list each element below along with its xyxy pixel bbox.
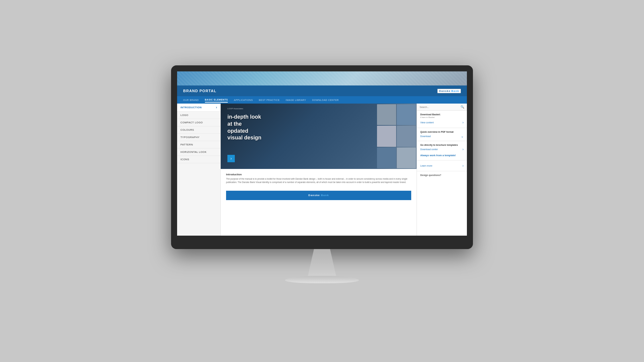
nav-image-library[interactable]: IMAGE LIBRARY — [286, 98, 306, 102]
monitor-stand-neck — [302, 249, 342, 276]
bank-logo: Danske Bank — [437, 89, 461, 93]
logo-danske: Danske — [439, 89, 450, 93]
screen: BRAND PORTAL Danske Bank OUR BRAND BASIC… — [177, 71, 467, 236]
go-directly-title: Go directly to brochure templates — [420, 144, 464, 146]
right-sidebar: 🔍 Download Basket: 0 item in Basket View… — [417, 104, 467, 236]
hero-thumb-3 — [377, 126, 396, 146]
sidebar-item-label: PATTERN — [180, 143, 193, 146]
download-button[interactable]: Download ⌄ — [420, 134, 464, 138]
download-icon: ⌄ — [461, 134, 464, 138]
monitor-stand-base — [285, 276, 359, 283]
hero-thumb-5 — [377, 147, 396, 168]
download-center-label: Download center — [420, 148, 438, 150]
sidebar-item-icons[interactable]: ICONS — [177, 156, 220, 163]
view-content-link[interactable]: View content › — [420, 120, 464, 125]
view-content-label: View content — [420, 121, 434, 124]
monitor-bezel: BRAND PORTAL Danske Bank OUR BRAND BASIC… — [171, 65, 473, 249]
sidebar-item-colours[interactable]: COLOURS — [177, 126, 220, 134]
center-content: LOOP Associates in-depth look at the opd… — [221, 104, 417, 236]
learn-more-link[interactable]: Learn more › — [420, 163, 464, 168]
sidebar-item-logo[interactable]: LOGO — [177, 112, 220, 119]
website: BRAND PORTAL Danske Bank OUR BRAND BASIC… — [177, 71, 467, 236]
search-input[interactable] — [420, 106, 461, 108]
intro-title: Introduction — [226, 173, 411, 176]
hero-thumb-4 — [397, 126, 416, 146]
hero-line2: at the — [227, 121, 242, 127]
chevron-right-icon: › — [463, 121, 464, 124]
hero-thumb-2 — [397, 104, 416, 125]
hero-overlay-text: in-depth look at the opdated visual desi… — [227, 114, 261, 141]
arrow-right-icon: › — [230, 156, 232, 161]
hero-line4: visual design — [227, 135, 261, 140]
learn-more-label: Learn more — [420, 165, 432, 167]
sidebar-item-compact-logo[interactable]: COMPACT LOGO — [177, 119, 220, 126]
template-bank: Bank — [321, 194, 329, 197]
logo-bank: Bank — [451, 89, 459, 93]
download-label: Download — [420, 135, 431, 137]
top-header: BRAND PORTAL Danske Bank — [177, 85, 467, 96]
template-danske: Danske — [308, 194, 320, 197]
hero-thumbnails — [376, 104, 417, 169]
learn-more-section: Learn more › — [417, 161, 467, 171]
sidebar-item-pattern[interactable]: PATTERN — [177, 141, 220, 148]
intro-text: The purpose of the manual is to provide … — [226, 177, 411, 184]
sidebar-item-typography[interactable]: TYPOGRAPHY — [177, 134, 220, 141]
download-basket-section: Download Basket: 0 item in Basket View c… — [417, 111, 467, 128]
nav-our-brand[interactable]: OUR BRAND — [183, 98, 199, 102]
sidebar-item-label: INTRODUCTION — [180, 106, 202, 109]
sidebar-item-label: TYPOGRAPHY — [180, 136, 200, 139]
template-logo: Danske Bank — [308, 194, 329, 197]
monitor: BRAND PORTAL Danske Bank OUR BRAND BASIC… — [171, 65, 473, 283]
hero-image-label: LOOP Associates — [227, 108, 243, 110]
sidebar-item-label: ICONS — [180, 158, 189, 161]
sidebar-item-introduction[interactable]: INTRODUCTION › — [177, 104, 220, 112]
go-directly-section: Go directly to brochure templates Downlo… — [417, 141, 467, 161]
quick-overview-title: Quick overview in PDF format — [420, 131, 464, 133]
chevron-right-icon: › — [216, 106, 217, 109]
always-work-highlight: Always work from a template! — [420, 154, 464, 158]
hero-line3: opdated — [227, 128, 248, 134]
sidebar-item-label: LOGO — [180, 114, 189, 117]
nav-applications[interactable]: APPLICATIONS — [234, 98, 253, 102]
sidebar-item-label: COLOURS — [180, 128, 194, 131]
hero-image: LOOP Associates in-depth look at the opd… — [221, 104, 417, 169]
template-banner: Danske Bank — [226, 191, 411, 200]
hero-thumb-1 — [377, 104, 396, 125]
hero-thumb-6 — [397, 147, 416, 168]
sidebar-item-horizontal-look[interactable]: HORIZONTAL LOOK — [177, 148, 220, 156]
sidebar-item-label: HORIZONTAL LOOK — [180, 150, 207, 154]
nav-basic-elements[interactable]: BASIC ELEMENTS — [205, 98, 228, 103]
quick-overview-section: Quick overview in PDF format Download ⌄ — [417, 128, 467, 141]
chevron-right-icon: › — [463, 164, 464, 168]
nav-bar: OUR BRAND BASIC ELEMENTS APPLICATIONS BE… — [177, 96, 467, 104]
nav-download-center[interactable]: DOWNLOAD CENTER — [312, 98, 339, 102]
hero-banner-image — [177, 71, 467, 85]
design-questions: Design questions? — [417, 171, 467, 179]
intro-section: Introduction The purpose of the manual i… — [221, 169, 417, 188]
main-content: INTRODUCTION › LOGO COMPACT LOGO COLOURS — [177, 104, 467, 236]
download-basket-title: Download Basket: — [420, 113, 464, 116]
download-basket-sub: 0 item in Basket — [420, 116, 464, 118]
nav-best-practice[interactable]: BEST PRACTICE — [259, 98, 280, 102]
hero-arrow-button[interactable]: › — [227, 155, 235, 162]
chevron-right-icon: › — [463, 147, 464, 151]
search-icon[interactable]: 🔍 — [461, 105, 464, 109]
search-bar: 🔍 — [417, 104, 467, 111]
hero-line1: in-depth look — [227, 114, 261, 120]
sidebar-item-label: COMPACT LOGO — [180, 121, 203, 124]
left-sidebar: INTRODUCTION › LOGO COMPACT LOGO COLOURS — [177, 104, 221, 236]
download-center-link[interactable]: Download center › — [420, 147, 464, 152]
brand-portal-title: BRAND PORTAL — [183, 89, 216, 93]
